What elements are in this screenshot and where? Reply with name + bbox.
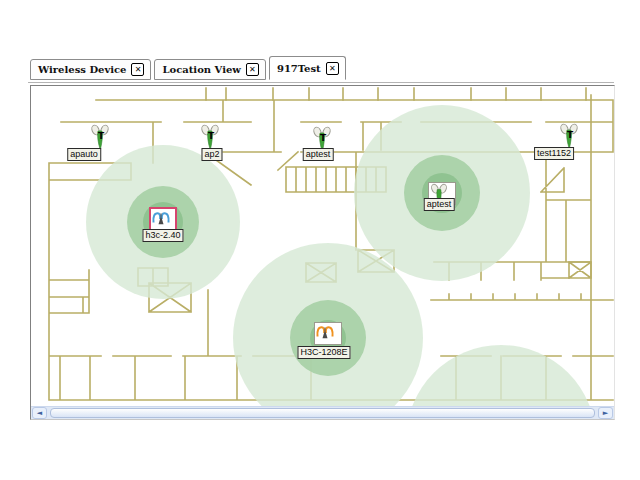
device-label-apauto[interactable]: apauto (67, 148, 101, 161)
location-view-panel: T apauto T ap2 T aptest (30, 85, 615, 420)
close-icon[interactable]: ✕ (326, 62, 339, 75)
device-label-aptest-main[interactable]: aptest (424, 198, 455, 211)
device-label-aptest-top[interactable]: aptest (303, 148, 334, 161)
tab-strip-divider (28, 82, 614, 83)
device-h3c-1208e[interactable] (314, 322, 342, 345)
device-type-marker: T (208, 131, 214, 141)
tab-label: 917Test (277, 63, 321, 74)
scroll-right-arrow-icon[interactable]: ► (598, 407, 613, 419)
horizontal-scrollbar[interactable]: ◄ ► (31, 406, 614, 419)
coverage-areas (86, 105, 596, 406)
radio-waves-icon (151, 209, 171, 226)
tab-location-view[interactable]: Location View ✕ (154, 59, 265, 80)
application-window: Wireless Device ✕ Location View ✕ 917Tes… (0, 0, 640, 480)
device-type-marker: T (567, 130, 573, 140)
device-type-marker: T (98, 131, 104, 141)
coverage-outer-corner (406, 345, 596, 406)
device-label-h3c-2-40[interactable]: h3c-2.40 (142, 229, 183, 242)
device-label-test1152[interactable]: test1152 (534, 147, 574, 160)
tab-917test[interactable]: 917Test ✕ (269, 56, 346, 80)
top-room-dividers (206, 88, 586, 100)
tab-bar: Wireless Device ✕ Location View ✕ 917Tes… (30, 56, 349, 80)
close-icon[interactable]: ✕ (131, 63, 144, 76)
tab-label: Location View (162, 64, 240, 75)
device-type-marker: T (320, 133, 326, 143)
scrollbar-thumb[interactable] (50, 408, 595, 418)
close-icon[interactable]: ✕ (246, 63, 259, 76)
radio-waves-icon (315, 323, 335, 340)
device-label-ap2[interactable]: ap2 (201, 148, 222, 161)
tab-wireless-device[interactable]: Wireless Device ✕ (30, 59, 151, 80)
map-canvas[interactable]: T apauto T ap2 T aptest (31, 86, 614, 406)
tab-label: Wireless Device (38, 64, 126, 75)
scroll-left-arrow-icon[interactable]: ◄ (32, 407, 47, 419)
device-label-h3c-1208e[interactable]: H3C-1208E (297, 346, 350, 359)
